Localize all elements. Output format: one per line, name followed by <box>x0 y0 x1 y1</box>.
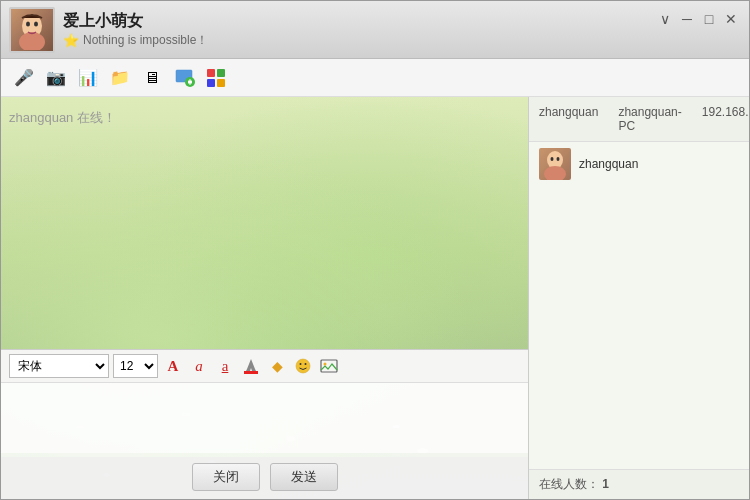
member-list-item[interactable]: zhangquan <box>529 142 749 186</box>
online-count-label: 在线人数： <box>539 477 599 491</box>
minimize-button[interactable]: ─ <box>677 9 697 29</box>
svg-point-1 <box>19 32 45 50</box>
font-color-button[interactable] <box>240 355 262 377</box>
button-row: 关闭 发送 <box>1 457 528 499</box>
avatar <box>9 7 55 53</box>
svg-point-3 <box>34 21 38 26</box>
camera-icon[interactable]: 📷 <box>43 65 69 91</box>
input-section: 宋体 12 A a a ◆ <box>1 349 528 499</box>
chat-area: zhangquan 在线！ 宋体 12 A a a <box>1 97 529 499</box>
window-subtitle: ⭐ Nothing is impossible！ <box>63 32 208 49</box>
chat-messages[interactable]: zhangquan 在线！ <box>1 97 528 349</box>
svg-point-22 <box>557 157 560 161</box>
svg-point-14 <box>296 359 310 373</box>
toolbar: 🎤 📷 📊 📁 🖥 <box>1 59 749 97</box>
apps-icon[interactable] <box>203 65 229 91</box>
send-button[interactable]: 发送 <box>270 463 338 491</box>
font-select[interactable]: 宋体 <box>9 354 109 378</box>
svg-point-2 <box>26 21 30 26</box>
member-ip: 192.168.183.1 <box>702 105 749 133</box>
folder-icon[interactable]: 📁 <box>107 65 133 91</box>
star-icon: ⭐ <box>63 33 79 48</box>
right-panel-header: zhangquan zhangquan-PC 192.168.183.1 <box>529 97 749 142</box>
title-controls: ∨ ─ □ ✕ <box>655 9 741 29</box>
title-bar: 爱上小萌女 ⭐ Nothing is impossible！ ∨ ─ □ ✕ <box>1 1 749 59</box>
chevron-button[interactable]: ∨ <box>655 9 675 29</box>
member-username: zhangquan <box>539 105 598 133</box>
close-window-button[interactable]: ✕ <box>721 9 741 29</box>
diamond-button[interactable]: ◆ <box>266 355 288 377</box>
image-button[interactable] <box>318 355 340 377</box>
member-name: zhangquan <box>579 157 638 171</box>
close-chat-button[interactable]: 关闭 <box>192 463 260 491</box>
member-avatar <box>539 148 571 180</box>
font-size-select[interactable]: 12 <box>113 354 158 378</box>
svg-rect-11 <box>217 79 225 87</box>
svg-rect-10 <box>207 79 215 87</box>
svg-point-18 <box>324 363 327 366</box>
svg-point-15 <box>300 363 302 365</box>
svg-point-16 <box>305 363 307 365</box>
add-icon[interactable] <box>171 65 197 91</box>
svg-marker-12 <box>246 359 256 371</box>
bold-button[interactable]: A <box>162 355 184 377</box>
svg-rect-9 <box>217 69 225 77</box>
svg-point-20 <box>544 166 566 180</box>
main-area: zhangquan 在线！ 宋体 12 A a a <box>1 97 749 499</box>
main-window: 爱上小萌女 ⭐ Nothing is impossible！ ∨ ─ □ ✕ 🎤… <box>0 0 750 500</box>
format-bar: 宋体 12 A a a ◆ <box>1 350 528 383</box>
underline-button[interactable]: a <box>214 355 236 377</box>
online-count: 在线人数： 1 <box>529 469 749 499</box>
svg-point-21 <box>551 157 554 161</box>
emoji-button[interactable] <box>292 355 314 377</box>
svg-rect-7 <box>190 79 191 85</box>
svg-rect-13 <box>244 371 258 374</box>
microphone-icon[interactable]: 🎤 <box>11 65 37 91</box>
maximize-button[interactable]: □ <box>699 9 719 29</box>
member-pc-name: zhangquan-PC <box>618 105 681 133</box>
right-panel: zhangquan zhangquan-PC 192.168.183.1 zha… <box>529 97 749 499</box>
message-input[interactable] <box>1 383 528 453</box>
svg-rect-8 <box>207 69 215 77</box>
svg-rect-17 <box>321 360 337 372</box>
window-title: 爱上小萌女 <box>63 11 208 32</box>
online-status: zhangquan 在线！ <box>9 105 520 131</box>
italic-button[interactable]: a <box>188 355 210 377</box>
online-count-value: 1 <box>602 477 609 491</box>
title-info: 爱上小萌女 ⭐ Nothing is impossible！ <box>63 11 208 49</box>
monitor-icon[interactable]: 🖥 <box>139 65 165 91</box>
chart-icon[interactable]: 📊 <box>75 65 101 91</box>
